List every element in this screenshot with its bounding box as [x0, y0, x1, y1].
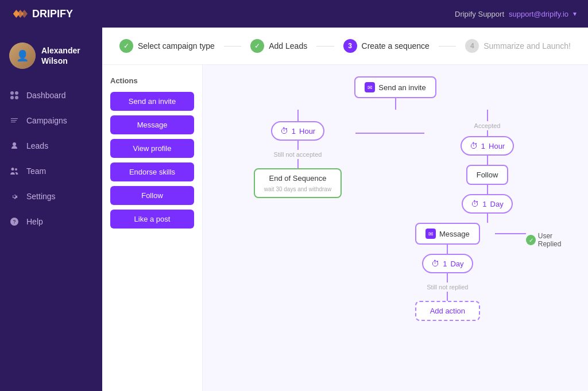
action-btn-message[interactable]: Message: [110, 115, 194, 134]
actions-panel-title: Actions: [110, 76, 194, 85]
node-send-invite-wrapper: ✉ Send an invite: [354, 76, 436, 110]
branch-left-label: Still not accepted: [274, 151, 322, 158]
action-btn-endorse-skills[interactable]: Endorse skills: [110, 162, 194, 181]
content-area: ✓ Select campaign type ✓ Add Leads 3 Cre…: [102, 28, 588, 391]
sequence-canvas: ✉ Send an invite ⏱ 1 H: [203, 65, 588, 391]
action-btn-view-profile[interactable]: View profile: [110, 139, 194, 158]
action-btn-follow[interactable]: Follow: [110, 186, 194, 205]
message-branch: ✉ Message ⏱ 1 Day: [400, 223, 574, 321]
dashboard-icon: [9, 90, 20, 100]
timer-right-2[interactable]: ⏱ 1 Day: [462, 194, 512, 214]
sidebar-label-help: Help: [26, 217, 43, 226]
sidebar: 👤 Alexander Wilson Dashboard Campaigns: [0, 28, 102, 391]
logo: DRIPIFY: [11, 8, 73, 20]
hline-branch: [355, 133, 424, 134]
message-branch-right: ✓ User Replied: [526, 223, 574, 248]
step-4: 4 Summarize and Launch!: [465, 39, 571, 53]
topbar-username: Dripify Support: [455, 10, 504, 18]
step-1: ✓ Select campaign type: [119, 39, 215, 53]
user-replied-badge: ✓ User Replied: [526, 232, 574, 248]
sidebar-item-campaigns[interactable]: Campaigns: [0, 108, 102, 133]
timer-msg[interactable]: ⏱ 1 Day: [422, 254, 473, 273]
topbar-email: support@dripify.io: [509, 10, 568, 18]
branch-right-label: Accepted: [474, 122, 501, 129]
main-layout: 👤 Alexander Wilson Dashboard Campaigns: [0, 28, 588, 391]
sidebar-nav: Dashboard Campaigns Leads Team: [0, 83, 102, 234]
leads-icon: [9, 141, 20, 151]
actions-panel: Actions Send an invite Message View prof…: [102, 65, 203, 391]
sidebar-label-team: Team: [26, 167, 46, 176]
sidebar-item-team[interactable]: Team: [0, 158, 102, 184]
branch-left: ⏱ 1 Hour Still not accepted End of Seque…: [241, 110, 355, 198]
timer-right-1[interactable]: ⏱ 1 Hour: [461, 136, 514, 156]
branch-split: ⏱ 1 Hour Still not accepted End of Seque…: [241, 110, 551, 321]
step-divider-3: [439, 46, 456, 47]
vline-right-mid3: [487, 214, 488, 223]
vline-msg-3: [447, 292, 448, 301]
sidebar-item-settings[interactable]: Settings: [0, 184, 102, 209]
sidebar-label-campaigns: Campaigns: [26, 116, 67, 125]
step4-num: 4: [465, 39, 479, 53]
node-end-sequence[interactable]: End of Sequence wait 30 days and withdra…: [254, 168, 342, 198]
chevron-down-icon[interactable]: ▾: [573, 10, 577, 18]
node-send-invite[interactable]: ✉ Send an invite: [354, 76, 436, 98]
vline-right-top2: [487, 130, 488, 136]
steps-bar: ✓ Select campaign type ✓ Add Leads 3 Cre…: [102, 28, 588, 65]
step-divider-2: [316, 46, 334, 47]
step-3: 3 Create a sequence: [343, 39, 430, 53]
send-invite-icon: ✉: [365, 82, 375, 92]
sidebar-label-dashboard: Dashboard: [26, 91, 66, 100]
sidebar-label-leads: Leads: [26, 141, 48, 150]
step3-num: 3: [343, 39, 357, 53]
vline-right-top: [487, 110, 488, 121]
sidebar-username: Alexander Wilson: [41, 45, 93, 66]
team-icon: [9, 166, 20, 176]
vline-left-top: [297, 110, 299, 121]
step1-label: Select campaign type: [138, 41, 215, 51]
step2-check-icon: ✓: [250, 39, 264, 53]
main-area: Actions Send an invite Message View prof…: [102, 65, 588, 391]
svg-point-3: [15, 96, 18, 99]
campaigns-icon: [9, 115, 20, 126]
vline-msg-1: [447, 245, 448, 254]
help-icon: [9, 216, 20, 227]
vline-right-mid2: [487, 185, 488, 194]
step-divider-1: [224, 46, 241, 47]
step4-label: Summarize and Launch!: [483, 41, 571, 51]
replied-check-icon: ✓: [526, 235, 535, 245]
vline-right-mid1: [487, 156, 488, 165]
node-message[interactable]: ✉ Message: [415, 223, 480, 245]
step3-label: Create a sequence: [362, 41, 430, 51]
logo-icon: [11, 8, 28, 20]
sidebar-user: 👤 Alexander Wilson: [0, 33, 102, 83]
timer-left[interactable]: ⏱ 1 Hour: [271, 121, 324, 141]
topbar: DRIPIFY Dripify Support support@dripify.…: [0, 0, 588, 28]
topbar-user-info: Dripify Support support@dripify.io ▾: [455, 10, 577, 18]
sidebar-item-help[interactable]: Help: [0, 209, 102, 234]
vline-left-mid2: [297, 159, 299, 168]
message-icon: ✉: [425, 229, 436, 239]
vline-after-invite: [395, 98, 396, 110]
vline-msg-2: [447, 273, 448, 282]
step2-label: Add Leads: [269, 41, 307, 51]
svg-point-1: [15, 91, 18, 95]
vline-left-mid: [297, 141, 299, 150]
sidebar-label-settings: Settings: [26, 192, 56, 201]
branch-right: Accepted ⏱ 1 Hour Follow: [424, 110, 551, 321]
action-btn-like-post[interactable]: Like a post: [110, 210, 194, 229]
action-btn-send-invite[interactable]: Send an invite: [110, 92, 194, 111]
settings-icon: [9, 191, 20, 202]
message-branch-left: ✉ Message ⏱ 1 Day: [400, 223, 494, 321]
step1-check-icon: ✓: [119, 39, 133, 53]
svg-point-0: [10, 91, 14, 95]
sidebar-item-dashboard[interactable]: Dashboard: [0, 83, 102, 108]
svg-point-2: [10, 96, 14, 99]
step-2: ✓ Add Leads: [250, 39, 307, 53]
still-not-replied-label: Still not replied: [427, 284, 468, 291]
add-action-button[interactable]: Add action: [415, 301, 480, 321]
sidebar-item-leads[interactable]: Leads: [0, 133, 102, 158]
node-follow[interactable]: Follow: [466, 165, 509, 185]
hline-msg-branch: [495, 233, 527, 234]
avatar: 👤: [9, 42, 36, 69]
